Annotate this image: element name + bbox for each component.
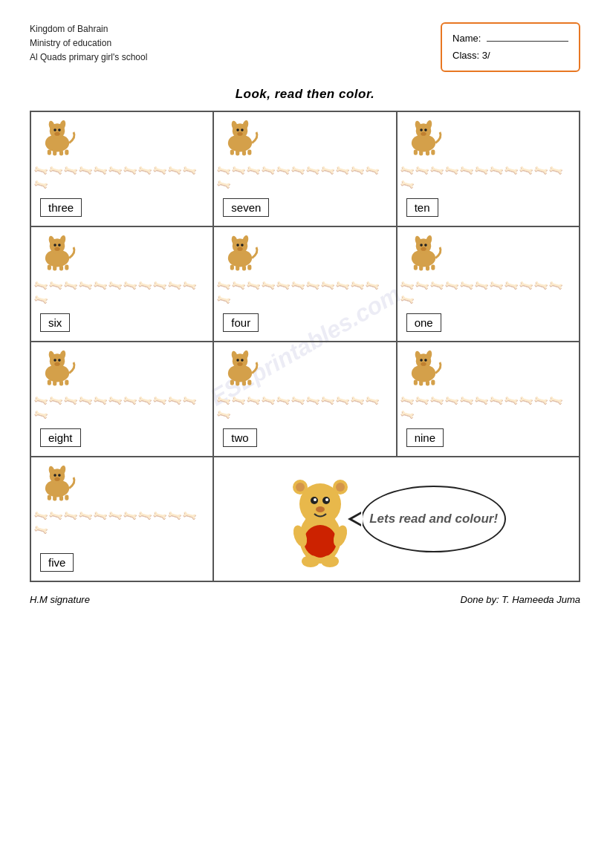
svg-point-129 [314, 498, 317, 501]
school-line1: Kingdom of Bahrain [30, 22, 147, 36]
footer-left: H.M signature [30, 594, 90, 605]
cell-nine: 🦴🦴🦴 🦴🦴🦴 🦴🦴🦴 🦴🦴🦴 nine [397, 342, 580, 457]
svg-point-131 [316, 506, 325, 512]
svg-point-133 [321, 555, 339, 567]
cell-six: 🦴🦴🦴 🦴🦴🦴 🦴🦴🦴 🦴🦴🦴 six [30, 226, 213, 342]
label-three: three [40, 198, 82, 217]
svg-point-132 [302, 555, 319, 567]
svg-point-126 [336, 483, 345, 492]
school-info: Kingdom of Bahrain Ministry of education… [30, 22, 147, 65]
pooh-figure [287, 471, 354, 567]
pooh-cell: Lets read and colour! [213, 457, 580, 581]
cell-four: 🦴🦴🦴 🦴🦴🦴 🦴🦴🦴 🦴🦴🦴 four [213, 226, 396, 342]
label-ten: ten [406, 198, 438, 217]
label-six: six [40, 313, 70, 332]
svg-point-121 [304, 525, 337, 558]
instruction-text: Look, read then color. [30, 87, 580, 102]
label-one: one [406, 313, 441, 332]
name-label: Name: [452, 30, 568, 47]
cell-seven: 🦴🦴🦴 🦴🦴🦴 🦴🦴🦴 🦴🦴🦴 seven [213, 111, 396, 226]
footer-right: Done by: T. Hameeda Juma [461, 594, 580, 605]
cell-ten: 🦴🦴🦴 🦴🦴🦴 🦴🦴🦴 🦴🦴🦴 ten [397, 111, 580, 226]
main-grid: ESLprintables.com 🦴🦴🦴 🦴🦴🦴 🦴🦴🦴 [30, 111, 580, 582]
label-nine: nine [406, 428, 444, 447]
cell-five: 🦴🦴🦴 🦴🦴🦴 🦴🦴🦴 🦴🦴🦴 five [30, 457, 213, 581]
cell-eight: 🦴🦴🦴 🦴🦴🦴 🦴🦴🦴 🦴🦴🦴 eight [30, 342, 213, 457]
class-label: Class: 3/ [452, 47, 568, 64]
cell-three: 🦴🦴🦴 🦴🦴🦴 🦴🦴🦴 🦴🦴🦴 three [30, 111, 213, 226]
svg-point-125 [296, 483, 305, 492]
label-eight: eight [40, 428, 81, 447]
label-four: four [223, 313, 259, 332]
school-line3: Al Quads primary girl's school [30, 50, 147, 65]
bubble-text: Lets read and colour! [366, 508, 502, 530]
school-line2: Ministry of education [30, 36, 147, 50]
cell-two: 🦴🦴🦴 🦴🦴🦴 🦴🦴🦴 🦴🦴🦴 two [213, 342, 396, 457]
label-seven: seven [223, 198, 269, 217]
label-five: five [40, 553, 74, 572]
footer: H.M signature Done by: T. Hameeda Juma [30, 594, 580, 605]
name-class-box: Name: Class: 3/ [441, 22, 580, 72]
label-two: two [223, 428, 256, 447]
svg-point-130 [325, 498, 328, 501]
cell-one: 🦴🦴🦴 🦴🦴🦴 🦴🦴🦴 🦴🦴🦴 one [397, 226, 580, 342]
header: Kingdom of Bahrain Ministry of education… [30, 22, 580, 72]
